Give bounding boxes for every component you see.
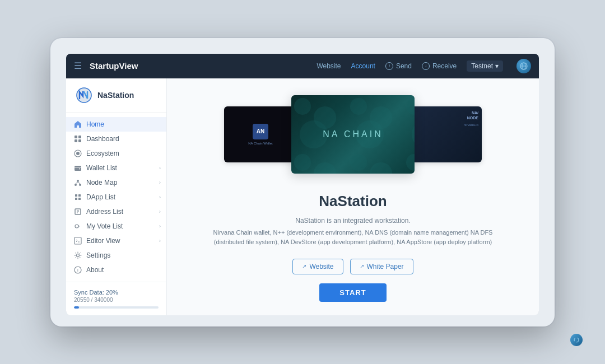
chevron-right-icon: › bbox=[159, 165, 161, 171]
hamburger-icon[interactable]: ☰ bbox=[74, 60, 82, 71]
svg-rect-11 bbox=[75, 166, 81, 171]
svg-line-17 bbox=[78, 182, 80, 184]
chevron-right-icon: › bbox=[159, 180, 161, 185]
ecosystem-icon bbox=[74, 150, 82, 157]
info-desc: Nirvana Chain wallet, N++ (development e… bbox=[207, 228, 499, 248]
svg-rect-6 bbox=[78, 136, 81, 138]
address-icon bbox=[74, 208, 82, 216]
sidebar-nav: Home Dashboard Ecosystem Wallet List › bbox=[66, 113, 166, 282]
center-card-text: NA CHAIN bbox=[323, 129, 383, 139]
carousel-left-card[interactable]: AN NA Chain Wallet bbox=[224, 106, 297, 162]
vote-icon bbox=[74, 222, 82, 230]
sync-numbers: 20550 / 340000 bbox=[74, 297, 159, 303]
right-card-inner: NA/ NODE nirvana.io bbox=[409, 106, 482, 162]
sync-label: Sync Data: 20% bbox=[74, 289, 159, 296]
svg-rect-20 bbox=[75, 198, 77, 200]
topnav-links: Website Account ↑ Send ↓ Receive Testnet… bbox=[317, 59, 531, 73]
wallet-icon bbox=[74, 164, 82, 172]
sidebar-item-home[interactable]: Home bbox=[66, 117, 166, 132]
sidebar-item-address-list[interactable]: Address List › bbox=[66, 204, 166, 219]
editor-icon bbox=[74, 237, 82, 245]
svg-rect-27 bbox=[75, 237, 81, 244]
sidebar-item-wallet-list[interactable]: Wallet List › bbox=[66, 161, 166, 175]
start-button[interactable]: START bbox=[319, 283, 386, 302]
carousel-center-card[interactable]: NA CHAIN bbox=[291, 95, 415, 174]
external-link-icon: ↗ bbox=[302, 263, 306, 269]
sidebar-footer: Sync Data: 20% 20550 / 340000 bbox=[66, 282, 166, 315]
sidebar-item-editor-view[interactable]: Editor View › bbox=[66, 234, 166, 248]
right-card-title: NA/ bbox=[472, 111, 478, 115]
external-link-icon-2: ↗ bbox=[360, 263, 364, 269]
svg-point-12 bbox=[79, 168, 80, 169]
sync-progress-bar bbox=[74, 306, 159, 309]
svg-rect-18 bbox=[75, 194, 77, 197]
svg-rect-19 bbox=[78, 194, 81, 197]
svg-line-16 bbox=[76, 182, 78, 184]
home-icon bbox=[74, 120, 82, 128]
svg-rect-21 bbox=[78, 198, 81, 200]
node-icon bbox=[74, 179, 82, 186]
info-buttons: ↗ Website ↗ White Paper bbox=[207, 259, 499, 274]
left-card-text: NA Chain Wallet bbox=[245, 142, 276, 145]
carousel: AN NA Chain Wallet NA CHAIN bbox=[218, 90, 487, 179]
svg-point-14 bbox=[75, 184, 77, 186]
network-selector[interactable]: Testnet ▾ bbox=[467, 60, 503, 72]
svg-point-15 bbox=[79, 184, 81, 186]
right-card-desc: nirvana.io bbox=[464, 123, 478, 127]
app-title: NaStation bbox=[207, 193, 499, 210]
whitepaper-button[interactable]: ↗ White Paper bbox=[350, 259, 413, 274]
svg-point-13 bbox=[77, 180, 79, 182]
left-card-logo: AN bbox=[253, 124, 268, 139]
receive-icon: ↓ bbox=[422, 62, 430, 70]
topnav-title: StartupView bbox=[90, 61, 311, 71]
svg-rect-8 bbox=[78, 139, 81, 142]
website-link[interactable]: Website bbox=[317, 62, 341, 70]
svg-rect-5 bbox=[75, 136, 77, 138]
sidebar-item-about[interactable]: i About bbox=[66, 263, 166, 277]
account-link[interactable]: Account bbox=[351, 62, 375, 70]
carousel-right-card[interactable]: NA/ NODE nirvana.io bbox=[409, 106, 482, 162]
website-button[interactable]: ↗ Website bbox=[292, 259, 343, 274]
nastation-logo-icon bbox=[75, 86, 93, 104]
settings-icon bbox=[74, 251, 82, 259]
sidebar-item-dashboard[interactable]: Dashboard bbox=[66, 132, 166, 146]
logo-text: NaStation bbox=[97, 91, 134, 100]
send-icon: ↑ bbox=[385, 62, 393, 70]
sidebar-logo: NaStation bbox=[66, 78, 166, 113]
center-card-inner: NA CHAIN bbox=[291, 95, 415, 174]
left-card-inner: AN NA Chain Wallet bbox=[224, 106, 297, 162]
chevron-down-icon: ▾ bbox=[495, 62, 499, 70]
sidebar-item-ecosystem[interactable]: Ecosystem bbox=[66, 146, 166, 161]
main-content: AN NA Chain Wallet NA CHAIN bbox=[167, 78, 539, 315]
chevron-right-icon: › bbox=[159, 194, 161, 200]
sidebar-item-dapp-list[interactable]: DApp List › bbox=[66, 190, 166, 204]
svg-point-3 bbox=[76, 87, 92, 103]
dapp-icon bbox=[74, 193, 82, 201]
svg-text:i: i bbox=[77, 268, 78, 273]
sidebar: NaStation Home Dashboard Ecosystem bbox=[66, 78, 167, 315]
sidebar-item-my-vote-list[interactable]: My Vote List › bbox=[66, 219, 166, 234]
svg-rect-7 bbox=[75, 139, 77, 142]
topnav: ☰ StartupView Website Account ↑ Send ↓ R… bbox=[66, 54, 539, 78]
right-card-title2: NODE bbox=[467, 116, 478, 120]
send-btn[interactable]: ↑ Send bbox=[385, 62, 412, 70]
chevron-right-icon: › bbox=[159, 209, 161, 214]
svg-point-28 bbox=[77, 254, 80, 256]
chevron-right-icon: › bbox=[159, 238, 161, 244]
sidebar-item-node-map[interactable]: Node Map › bbox=[66, 175, 166, 190]
chevron-right-icon: › bbox=[159, 223, 161, 229]
info-subtitle: NaStation is an integrated workstation. bbox=[207, 217, 499, 225]
svg-point-9 bbox=[76, 152, 80, 155]
info-section: NaStation NaStation is an integrated wor… bbox=[207, 193, 499, 302]
receive-btn[interactable]: ↓ Receive bbox=[422, 62, 457, 70]
main-layout: NaStation Home Dashboard Ecosystem bbox=[66, 78, 539, 315]
sync-progress-fill bbox=[74, 306, 79, 309]
globe-icon[interactable] bbox=[516, 59, 531, 73]
sidebar-item-settings[interactable]: Settings bbox=[66, 248, 166, 263]
dashboard-icon bbox=[74, 135, 82, 143]
about-icon: i bbox=[74, 266, 82, 274]
